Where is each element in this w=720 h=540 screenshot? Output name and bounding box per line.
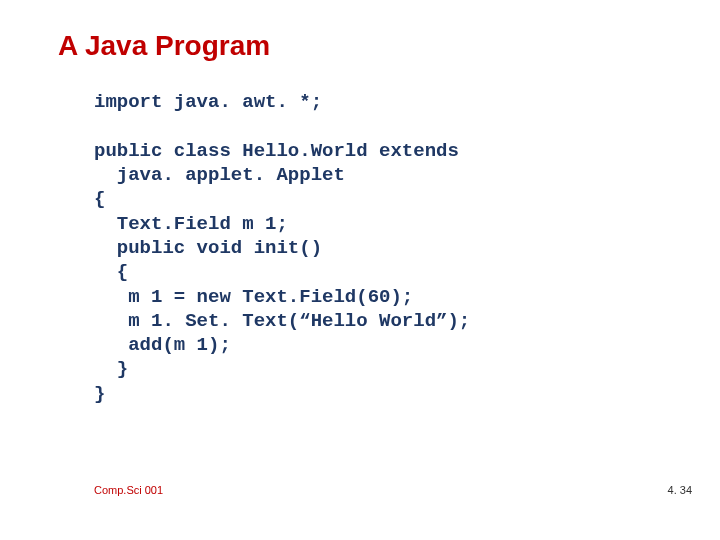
slide-title: A Java Program [58,30,720,62]
footer-course: Comp.Sci 001 [94,484,163,496]
footer-page-number: 4. 34 [668,484,692,496]
code-block: import java. awt. *; public class Hello.… [94,90,720,406]
